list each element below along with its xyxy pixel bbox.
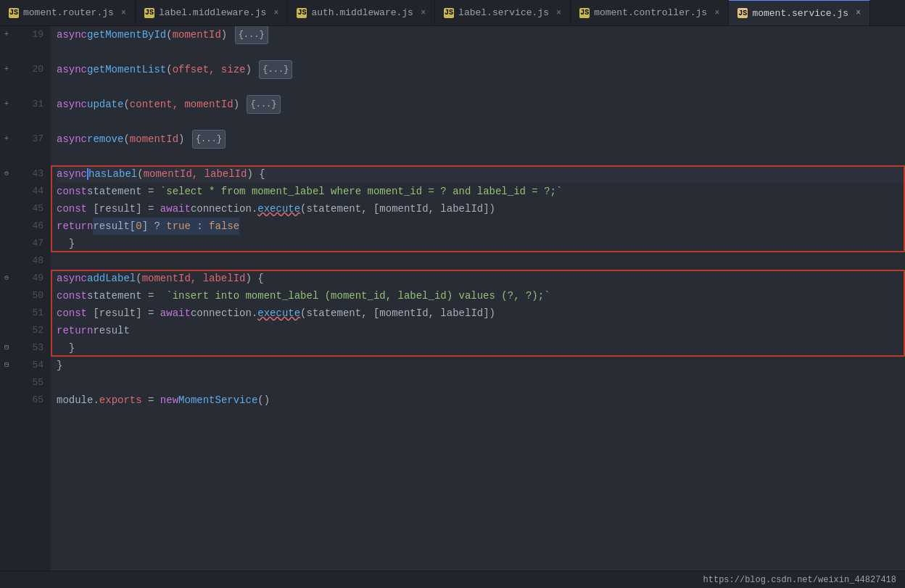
line-num-6: 37 <box>13 131 44 148</box>
code-line-15: const statement = `insert into moment_la… <box>57 287 905 305</box>
tab-icon-moment-router: JS <box>9 8 19 18</box>
code-line-18: } <box>57 339 905 357</box>
line-num-4: 31 <box>13 96 44 113</box>
fold-icon-13 <box>0 252 13 270</box>
status-bar: https://blog.csdn.net/weixin_44827418 <box>0 571 905 588</box>
line-num-8: 43 <box>13 165 44 183</box>
tab-close-auth-middleware[interactable]: × <box>421 8 426 18</box>
code-line-14: async addLabel(momentId, labelId) { <box>57 270 905 287</box>
tab-label-label-middleware: label.middleware.js <box>159 7 266 18</box>
code-line-7 <box>57 148 905 165</box>
fold-icon-14[interactable]: ⊖ <box>0 270 13 287</box>
fold-icon-16 <box>0 305 13 322</box>
fold-icon-4[interactable]: + <box>0 96 13 113</box>
code-line-6: async remove(momentId) {...} <box>57 131 905 148</box>
fold-icon-0[interactable]: + <box>0 26 13 44</box>
fold-icon-15 <box>0 287 13 305</box>
fold-icon-10 <box>0 200 13 218</box>
line-num-1 <box>13 44 44 61</box>
line-num-13: 48 <box>13 252 44 270</box>
code-wrapper: async getMomentById(momentId) {...} asyn… <box>51 26 905 571</box>
fold-icon-9 <box>0 183 13 200</box>
fold-icon-18[interactable]: ⊟ <box>0 339 13 357</box>
fold-icon-12 <box>0 235 13 252</box>
fold-icon-6[interactable]: + <box>0 131 13 148</box>
code-line-2: async getMomentList(offset, size) {...} <box>57 61 905 78</box>
status-url: https://blog.csdn.net/weixin_44827418 <box>703 575 896 585</box>
code-line-5 <box>57 113 905 131</box>
fold-icon-1 <box>0 44 13 61</box>
code-line-1 <box>57 44 905 61</box>
fold-icon-7 <box>0 148 13 165</box>
fold-icon-8[interactable]: ⊖ <box>0 165 13 183</box>
tab-moment-router[interactable]: JSmoment.router.js× <box>0 0 136 26</box>
code-line-19: } <box>57 357 905 374</box>
code-line-11: return result[0] ? true : false <box>57 218 905 235</box>
tab-close-label-middleware[interactable]: × <box>273 8 278 18</box>
line-num-11: 46 <box>13 218 44 235</box>
fold-icon-20 <box>0 374 13 392</box>
line-numbers: 192031374344454647484950515253545565 <box>13 26 51 571</box>
tab-moment-service[interactable]: JSmoment.service.js× <box>729 0 870 26</box>
tab-label-label-service: label.service.js <box>458 7 549 18</box>
tab-icon-auth-middleware: JS <box>297 8 307 18</box>
code-line-8: async hasLabel(momentId, labelId) { <box>57 165 905 183</box>
line-num-5 <box>13 113 44 131</box>
tab-label-middleware[interactable]: JSlabel.middleware.js× <box>136 0 288 26</box>
tab-label-moment-service: moment.service.js <box>752 8 848 19</box>
code-line-0: async getMomentById(momentId) {...} <box>57 26 905 44</box>
code-line-16: const [result] = await connection.execut… <box>57 305 905 322</box>
code-line-20 <box>57 374 905 392</box>
line-num-7 <box>13 148 44 165</box>
fold-icon-19[interactable]: ⊟ <box>0 357 13 374</box>
fold-gutter: ++++⊖⊖⊟⊟ <box>0 26 13 571</box>
code-line-4: async update(content, momentId) {...} <box>57 96 905 113</box>
code-content: async getMomentById(momentId) {...} asyn… <box>51 26 905 571</box>
line-num-9: 44 <box>13 183 44 200</box>
code-line-10: const [result] = await connection.execut… <box>57 200 905 218</box>
tab-icon-label-service: JS <box>444 8 454 18</box>
code-line-13 <box>57 252 905 270</box>
line-num-15: 50 <box>13 287 44 305</box>
tab-close-moment-service[interactable]: × <box>856 8 861 18</box>
line-num-3 <box>13 78 44 96</box>
tab-moment-controller[interactable]: JSmoment.controller.js× <box>571 0 729 26</box>
fold-icon-17 <box>0 322 13 339</box>
line-num-20: 55 <box>13 374 44 392</box>
tab-close-label-service[interactable]: × <box>556 8 561 18</box>
tab-icon-moment-service: JS <box>737 8 748 18</box>
tab-label-auth-middleware: auth.middleware.js <box>311 7 413 18</box>
line-num-12: 47 <box>13 235 44 252</box>
line-num-14: 49 <box>13 270 44 287</box>
fold-icon-21 <box>0 392 13 409</box>
code-line-17: return result <box>57 322 905 339</box>
code-area: ++++⊖⊖⊟⊟ 1920313743444546474849505152535… <box>0 26 905 571</box>
tab-label-service[interactable]: JSlabel.service.js× <box>435 0 571 26</box>
line-num-16: 51 <box>13 305 44 322</box>
tab-close-moment-router[interactable]: × <box>121 8 126 18</box>
tab-label-moment-controller: moment.controller.js <box>594 7 707 18</box>
tab-icon-moment-controller: JS <box>579 8 590 18</box>
line-num-2: 20 <box>13 61 44 78</box>
fold-icon-11 <box>0 218 13 235</box>
tab-auth-middleware[interactable]: JSauth.middleware.js× <box>288 0 435 26</box>
fold-icon-5 <box>0 113 13 131</box>
line-num-17: 52 <box>13 322 44 339</box>
tab-close-moment-controller[interactable]: × <box>714 8 719 18</box>
tab-label-moment-router: moment.router.js <box>23 7 114 18</box>
line-num-10: 45 <box>13 200 44 218</box>
code-line-21: module.exports = new MomentService() <box>57 392 905 409</box>
code-line-3 <box>57 78 905 96</box>
line-num-18: 53 <box>13 339 44 357</box>
line-num-0: 19 <box>13 26 44 44</box>
tab-icon-label-middleware: JS <box>144 8 154 18</box>
line-num-21: 65 <box>13 392 44 409</box>
fold-icon-2[interactable]: + <box>0 61 13 78</box>
editor-container: JSmoment.router.js×JSlabel.middleware.js… <box>0 0 905 588</box>
line-num-19: 54 <box>13 357 44 374</box>
tab-bar: JSmoment.router.js×JSlabel.middleware.js… <box>0 0 905 26</box>
code-line-9: const statement = `select * from moment_… <box>57 183 905 200</box>
fold-icon-3 <box>0 78 13 96</box>
code-line-12: } <box>57 235 905 252</box>
